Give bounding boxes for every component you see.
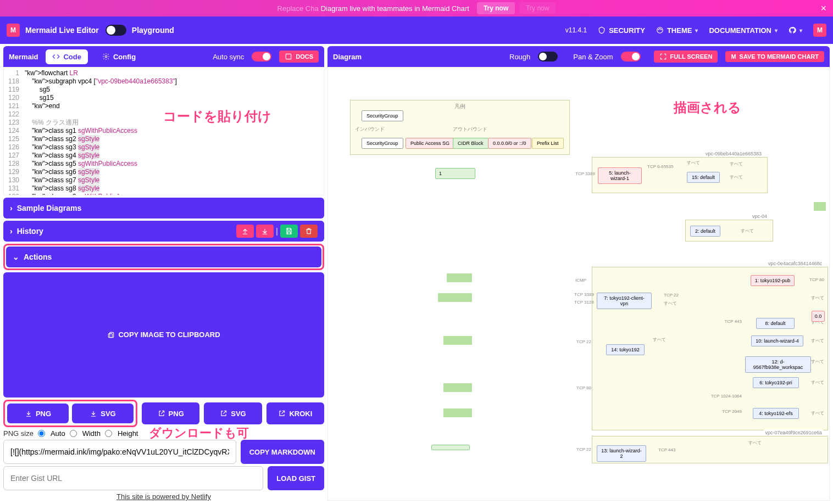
svg-rect-6 [109,333,113,337]
mermaid-chart-icon: M [813,24,826,37]
editor-line: 131 "kw">class sg8 sgStyle [4,184,324,193]
diagram-subgraph-small: vpc-04 2: default すべて [685,220,773,242]
gist-url-input[interactable] [3,466,263,490]
download-highlight-box: PNG SVG [3,400,137,427]
svg-point-2 [659,29,660,29]
download-icon [261,227,269,235]
upload-icon [241,227,249,235]
open-png-button[interactable]: PNG [142,402,199,424]
external-link-icon [278,410,286,417]
editor-line: 129 "kw">class sg6 sgStyle [4,168,324,176]
editor-line: 126 "kw">class sg3 sgStyle [4,143,324,152]
fullscreen-icon [659,53,667,60]
history-save-button[interactable] [280,225,298,238]
chevron-down-icon: ⌄ [13,253,19,261]
save-to-chart-button[interactable]: M SAVE TO MERMAID CHART [725,51,824,62]
markdown-url-input[interactable] [3,440,236,464]
autosync-label: Auto sync [213,53,244,61]
chevron-right-icon: › [10,227,13,236]
chevron-right-icon: › [10,204,13,212]
diagram-node: 1 [435,168,475,179]
diagram-title: Diagram [333,53,362,61]
svg-point-4 [105,55,107,58]
download-png-button[interactable]: PNG [7,404,69,423]
download-svg-button[interactable]: SVG [72,404,134,423]
panzoom-label: Pan & Zoom [573,53,613,61]
code-editor[interactable]: コードを貼り付け 1"kw">flowchart LR118 "kw">subg… [3,69,324,195]
banner-text: Diagram live with teammates in Mermaid C… [321,4,469,13]
mode-label: Playground [132,26,174,35]
chevron-down-icon: ▾ [695,27,698,33]
history-section[interactable]: › History | [3,221,324,242]
diagram-node [438,293,472,302]
png-size-auto[interactable]: Auto [38,429,65,438]
diagram-node [443,383,472,392]
netlify-footer-link[interactable]: This site is powered by Netlify [3,492,324,501]
mermaid-logo-icon: M [7,24,20,37]
diagram-header: Diagram Rough Pan & Zoom FULL SCREEN M S… [327,46,830,67]
tab-config[interactable]: Config [96,49,142,64]
brand-title: Mermaid Live Editor [25,26,99,35]
editor-title: Mermaid [9,53,38,61]
version-label: v11.4.1 [565,26,587,34]
sample-diagrams-section[interactable]: › Sample Diagrams [3,198,324,219]
load-gist-button[interactable]: LOAD GIST [268,466,324,490]
editor-line: 130 "kw">class sg7 sgStyle [4,176,324,184]
github-icon [788,26,796,34]
editor-line: 1"kw">flowchart LR [4,69,324,77]
panzoom-toggle[interactable] [621,52,641,61]
history-delete-button[interactable] [300,225,318,238]
banner-prefix: Replace Cha [277,4,319,13]
editor-line: 120 sg15 [4,94,324,102]
png-size-height[interactable]: Height [105,429,138,438]
actions-section[interactable]: ⌄ Actions [6,247,321,267]
documentation-menu[interactable]: DOCUMENTATION ▾ [709,26,778,35]
editor-line: 124 "kw">class sg1 sgWithPublicAccess [4,127,324,135]
chevron-down-icon: ▾ [799,27,802,33]
external-link-icon [158,410,165,417]
diagram-subgraph-main: vpc-0e4acafc38414468c 1: tokyo192-pub 7:… [592,267,828,430]
diagram-node [447,273,472,282]
open-svg-button[interactable]: SVG [204,402,262,424]
download-icon [25,410,32,417]
copy-markdown-button[interactable]: COPY MARKDOWN [241,440,324,464]
svg-point-1 [658,29,659,30]
diagram-subgraph-vpc4: vpc-09beb440a1e665383 5: launch-wizard-1… [592,157,768,193]
clipboard-icon [107,331,115,339]
save-icon [285,227,293,235]
svg-rect-5 [110,332,114,337]
copy-image-clipboard-button[interactable]: COPY IMAGE TO CLIPBOARD [3,272,324,398]
try-now-ghost-button[interactable]: Try now [519,2,556,14]
tab-code[interactable]: Code [46,49,88,64]
editor-line: 132 "kw">class sg9 sgWithPublicAccess [4,193,324,195]
try-now-button[interactable]: Try now [477,2,515,14]
svg-point-3 [661,29,662,30]
diagram-node [443,336,472,345]
rough-toggle[interactable] [538,52,558,61]
history-upload-button[interactable] [236,225,254,238]
mode-switch[interactable] [105,25,126,36]
banner-close-icon[interactable]: × [820,3,826,14]
open-kroki-button[interactable]: KROKI [266,402,324,424]
github-link[interactable]: ▾ [788,26,802,34]
diagram-canvas[interactable]: 描画される 凡例 SecurityGroup インバウンド アウトバウンド Se… [327,67,830,501]
chevron-down-icon: ▾ [775,27,778,33]
diagram-legend: 凡例 SecurityGroup インバウンド アウトバウンド Security… [350,100,570,155]
history-download-button[interactable] [256,225,274,238]
mermaid-chart-link[interactable]: M [813,24,826,37]
fullscreen-button[interactable]: FULL SCREEN [654,51,718,63]
security-link[interactable]: SECURITY [598,26,645,35]
annotation-rendered: 描画される [674,99,741,116]
editor-header: Mermaid Code Config Auto sync DOCS [3,46,324,67]
external-link-icon [220,410,227,417]
editor-line: 127 "kw">class sg4 sgStyle [4,152,324,160]
editor-line: 122 [4,110,324,119]
rough-label: Rough [509,53,530,61]
png-size-width[interactable]: Width [70,429,101,438]
theme-menu[interactable]: THEME ▾ [656,26,698,35]
docs-button[interactable]: DOCS [279,51,319,63]
diagram-subgraph-bottom: vpc-07ea49f9ce2691ce6a 13: launch-wizard… [592,436,828,463]
autosync-toggle[interactable] [252,52,271,61]
palette-icon [656,26,664,34]
diagram-node [431,445,470,450]
